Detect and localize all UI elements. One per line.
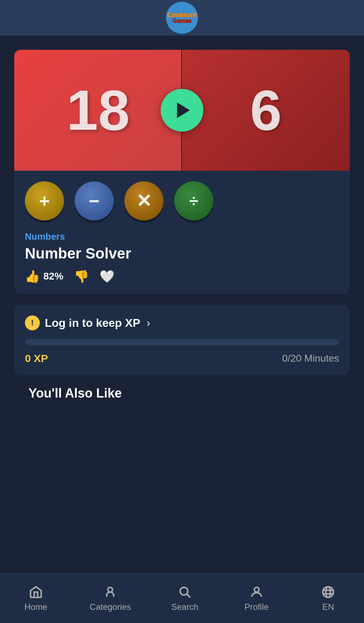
operator-buttons: + − ✕ ÷ <box>14 171 350 228</box>
nav-item-home[interactable]: Home <box>11 581 61 616</box>
divide-icon: ÷ <box>189 193 198 209</box>
app-header: Coolmath Games <box>0 0 364 36</box>
subtract-icon: − <box>89 192 100 210</box>
thumbs-up-container: 👍 82% <box>25 269 63 283</box>
rating-text: 82% <box>43 271 63 282</box>
profile-icon <box>250 585 264 599</box>
logo-games: Games <box>167 18 197 24</box>
nav-label-language: EN <box>322 602 334 612</box>
thumbs-up-icon[interactable]: 👍 <box>25 269 40 283</box>
xp-header: ! Log in to keep XP › <box>25 315 339 330</box>
thumbnail-right: 6 <box>182 50 350 171</box>
game-category[interactable]: Numbers <box>25 231 339 242</box>
home-icon <box>29 585 43 599</box>
favorite-icon[interactable]: 🤍 <box>100 269 114 283</box>
also-like-section: You'll Also Like <box>14 386 350 401</box>
add-icon: + <box>39 192 50 210</box>
multiply-button[interactable]: ✕ <box>124 181 164 220</box>
game-card: 18 6 + − ✕ ÷ Nu <box>14 50 350 294</box>
nav-label-categories: Categories <box>90 602 131 612</box>
nav-item-profile[interactable]: Profile <box>232 581 282 616</box>
language-icon <box>321 585 335 599</box>
logo-coolmath: Coolmath <box>167 12 197 18</box>
svg-point-3 <box>254 587 259 592</box>
xp-login-text: Log in to keep XP <box>45 316 140 330</box>
thumbnail-number-left: 18 <box>66 82 130 139</box>
nav-item-categories[interactable]: Categories <box>82 581 138 616</box>
nav-item-search[interactable]: Search <box>160 581 210 616</box>
play-button[interactable] <box>161 89 203 132</box>
play-triangle-icon <box>177 102 190 118</box>
game-title: Number Solver <box>25 245 339 262</box>
xp-stats: 0 XP 0/20 Minutes <box>25 352 339 364</box>
app-logo[interactable]: Coolmath Games <box>166 2 198 34</box>
xp-chevron-icon: › <box>146 317 150 329</box>
multiply-icon: ✕ <box>136 192 152 210</box>
nav-label-search: Search <box>171 602 198 612</box>
nav-item-language[interactable]: EN <box>303 581 353 616</box>
nav-label-home: Home <box>25 602 47 612</box>
search-icon <box>178 585 192 599</box>
xp-minutes: 0/20 Minutes <box>282 353 339 364</box>
main-content: 18 6 + − ✕ ÷ Nu <box>0 36 364 401</box>
xp-value: 0 XP <box>25 352 48 364</box>
divide-button[interactable]: ÷ <box>174 181 213 220</box>
xp-card[interactable]: ! Log in to keep XP › 0 XP 0/20 Minutes <box>14 305 350 375</box>
xp-progress-bar <box>25 339 339 345</box>
categories-icon <box>103 585 117 599</box>
nav-label-profile: Profile <box>245 602 269 612</box>
thumbnail-left: 18 <box>14 50 182 171</box>
game-actions: 👍 82% 👎 🤍 <box>25 269 339 283</box>
bottom-nav: Home Categories Search Profile EN <box>0 573 364 623</box>
thumbs-down-icon[interactable]: 👎 <box>74 269 89 283</box>
game-info: Numbers Number Solver 👍 82% 👎 🤍 <box>14 228 350 294</box>
warning-icon: ! <box>25 315 40 330</box>
svg-point-1 <box>180 587 188 595</box>
subtract-button[interactable]: − <box>75 181 114 220</box>
game-thumbnail: 18 6 <box>14 50 350 171</box>
thumbnail-number-right: 6 <box>250 82 282 139</box>
add-button[interactable]: + <box>25 181 64 220</box>
also-like-title: You'll Also Like <box>28 386 336 401</box>
svg-point-4 <box>323 587 333 597</box>
svg-line-2 <box>187 594 190 597</box>
svg-point-5 <box>326 587 330 597</box>
